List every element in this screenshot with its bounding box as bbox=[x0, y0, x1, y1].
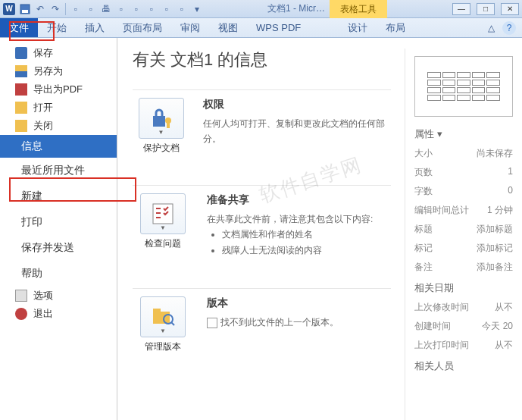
nav-label: 选项 bbox=[33, 289, 53, 302]
context-tab-table-tools: 表格工具 bbox=[330, 0, 387, 18]
nav-new[interactable]: 新建 bbox=[0, 183, 117, 209]
undo-icon[interactable]: ↶ bbox=[33, 2, 47, 16]
section-text: 在共享此文件前，请注意其包含以下内容: bbox=[207, 212, 373, 227]
options-icon bbox=[15, 290, 27, 302]
tab-review[interactable]: 审阅 bbox=[171, 18, 209, 37]
nav-label: 新建 bbox=[21, 190, 42, 203]
section-heading: 版本 bbox=[207, 296, 339, 310]
thumbnail-table-icon bbox=[426, 71, 502, 102]
prop-remark[interactable]: 备注添加备注 bbox=[414, 261, 513, 274]
tab-table-layout[interactable]: 布局 bbox=[377, 18, 414, 37]
checklist-icon bbox=[150, 201, 176, 227]
svg-rect-7 bbox=[153, 309, 161, 313]
prop-title[interactable]: 标题添加标题 bbox=[414, 223, 513, 236]
tab-page-layout[interactable]: 页面布局 bbox=[114, 18, 171, 37]
title-bar: W ↶ ↷ ▫ ▫ 🖶 ▫ ▫ ▫ ▫ ▫ ▾ 文档1 - Micr… — □ … bbox=[0, 0, 522, 18]
tab-wps-pdf[interactable]: WPS PDF bbox=[247, 18, 310, 37]
nav-label: 帮助 bbox=[21, 267, 42, 281]
folder-magnify-icon bbox=[150, 304, 176, 330]
tab-design[interactable]: 设计 bbox=[339, 18, 377, 37]
nav-print[interactable]: 打印 bbox=[0, 209, 117, 235]
svg-rect-6 bbox=[153, 312, 170, 324]
qat-dropdown-icon[interactable]: ▾ bbox=[190, 2, 204, 16]
close-folder-icon bbox=[15, 120, 27, 132]
nav-help[interactable]: 帮助 bbox=[0, 261, 117, 287]
nav-info[interactable]: 信息 bbox=[0, 135, 117, 158]
nav-save-send[interactable]: 保存并发送 bbox=[0, 235, 117, 261]
document-title: 文档1 - Micr… bbox=[267, 2, 325, 15]
nav-label: 信息 bbox=[21, 139, 42, 153]
qat-icon[interactable]: ▫ bbox=[84, 2, 98, 16]
svg-rect-2 bbox=[153, 116, 165, 127]
nav-label: 保存 bbox=[33, 46, 53, 60]
close-window-button[interactable]: ✕ bbox=[501, 3, 519, 15]
minimize-ribbon-icon[interactable]: △ bbox=[484, 21, 498, 35]
qat-icon[interactable]: ▫ bbox=[130, 2, 143, 16]
button-label: 保护文档 bbox=[133, 142, 189, 155]
qat-icon[interactable]: ▫ bbox=[160, 2, 173, 16]
nav-save-as[interactable]: 另存为 bbox=[0, 62, 117, 80]
save-as-icon bbox=[15, 65, 27, 77]
nav-exit[interactable]: 退出 bbox=[0, 305, 117, 323]
qat-icon[interactable]: ▫ bbox=[175, 2, 189, 16]
svg-line-9 bbox=[171, 322, 174, 325]
prop-printed: 上次打印时间从不 bbox=[414, 339, 513, 352]
save-icon[interactable] bbox=[18, 2, 32, 16]
dates-heading: 相关日期 bbox=[414, 281, 513, 295]
properties-panel: 属性 ▾ 大小尚未保存 页数1 字数0 编辑时间总计1 分钟 标题添加标题 标记… bbox=[405, 49, 522, 420]
section-text: 找不到此文件的上一个版本。 bbox=[220, 317, 339, 328]
tab-file[interactable]: 文件 bbox=[0, 18, 38, 37]
nav-recent[interactable]: 最近所用文件 bbox=[0, 158, 117, 183]
list-item: 残障人士无法阅读的内容 bbox=[222, 243, 373, 258]
lock-key-icon bbox=[148, 105, 174, 131]
nav-label: 关闭 bbox=[33, 119, 53, 133]
nav-export-pdf[interactable]: 导出为PDF bbox=[0, 80, 117, 99]
chevron-down-icon: ▼ bbox=[160, 224, 166, 231]
document-thumbnail[interactable] bbox=[414, 56, 513, 117]
section-heading: 权限 bbox=[203, 98, 391, 111]
section-versions: ▼ 管理版本 版本 找不到此文件的上一个版本。 bbox=[133, 288, 391, 353]
open-folder-icon bbox=[15, 102, 27, 114]
quick-access-toolbar: ↶ ↷ ▫ ▫ 🖶 ▫ ▫ ▫ ▫ ▫ ▾ bbox=[18, 2, 204, 16]
button-label: 管理版本 bbox=[133, 340, 193, 353]
nav-label: 打印 bbox=[21, 215, 42, 229]
minimize-button[interactable]: — bbox=[452, 3, 470, 15]
nav-label: 退出 bbox=[33, 307, 53, 321]
protect-document-button[interactable]: ▼ 保护文档 bbox=[133, 98, 189, 155]
section-permissions: ▼ 保护文档 权限 任何人均可打开、复制和更改此文档的任何部分。 bbox=[133, 89, 391, 155]
tab-view[interactable]: 视图 bbox=[209, 18, 247, 37]
nav-label: 另存为 bbox=[33, 64, 63, 78]
section-prepare-share: ▼ 检查问题 准备共享 在共享此文件前，请注意其包含以下内容: 文档属性和作者的… bbox=[133, 185, 391, 258]
people-heading: 相关人员 bbox=[414, 359, 513, 373]
nav-label: 保存并发送 bbox=[21, 241, 74, 255]
print-icon[interactable]: 🖶 bbox=[99, 2, 113, 16]
nav-options[interactable]: 选项 bbox=[0, 287, 117, 305]
maximize-button[interactable]: □ bbox=[477, 3, 495, 15]
qat-icon[interactable]: ▫ bbox=[145, 2, 158, 16]
nav-open[interactable]: 打开 bbox=[0, 99, 117, 117]
properties-heading[interactable]: 属性 ▾ bbox=[414, 127, 513, 141]
prop-created: 创建时间今天 20 bbox=[414, 320, 513, 333]
qat-icon[interactable]: ▫ bbox=[69, 2, 83, 16]
nav-label: 导出为PDF bbox=[33, 83, 83, 96]
window-controls: — □ ✕ bbox=[452, 3, 519, 15]
nav-close[interactable]: 关闭 bbox=[0, 117, 117, 135]
info-main: 有关 文档1 的信息 ▼ 保护文档 权限 任何人均可打开、复制和更改此文档的任何… bbox=[133, 49, 405, 420]
page-title: 有关 文档1 的信息 bbox=[133, 49, 391, 71]
qat-separator bbox=[65, 3, 66, 15]
tab-home[interactable]: 开始 bbox=[38, 18, 76, 37]
tab-insert[interactable]: 插入 bbox=[76, 18, 114, 37]
chevron-down-icon: ▼ bbox=[160, 328, 166, 334]
manage-versions-button[interactable]: ▼ 管理版本 bbox=[133, 296, 193, 353]
redo-icon[interactable]: ↷ bbox=[48, 2, 62, 16]
prop-tag[interactable]: 标记添加标记 bbox=[414, 242, 513, 255]
ribbon-tabs: 文件 开始 插入 页面布局 审阅 视图 WPS PDF 设计 布局 △ ? bbox=[0, 18, 522, 38]
check-issues-button[interactable]: ▼ 检查问题 bbox=[133, 193, 193, 258]
button-label: 检查问题 bbox=[133, 237, 193, 250]
chevron-down-icon: ▼ bbox=[158, 129, 164, 136]
list-item: 文档属性和作者的姓名 bbox=[222, 227, 373, 242]
nav-save[interactable]: 保存 bbox=[0, 44, 117, 62]
qat-icon[interactable]: ▫ bbox=[114, 2, 128, 16]
help-icon[interactable]: ? bbox=[502, 21, 516, 35]
backstage-view: 保存 另存为 导出为PDF 打开 关闭 信息 最近所用文件 新建 打印 保存并发… bbox=[0, 38, 522, 420]
